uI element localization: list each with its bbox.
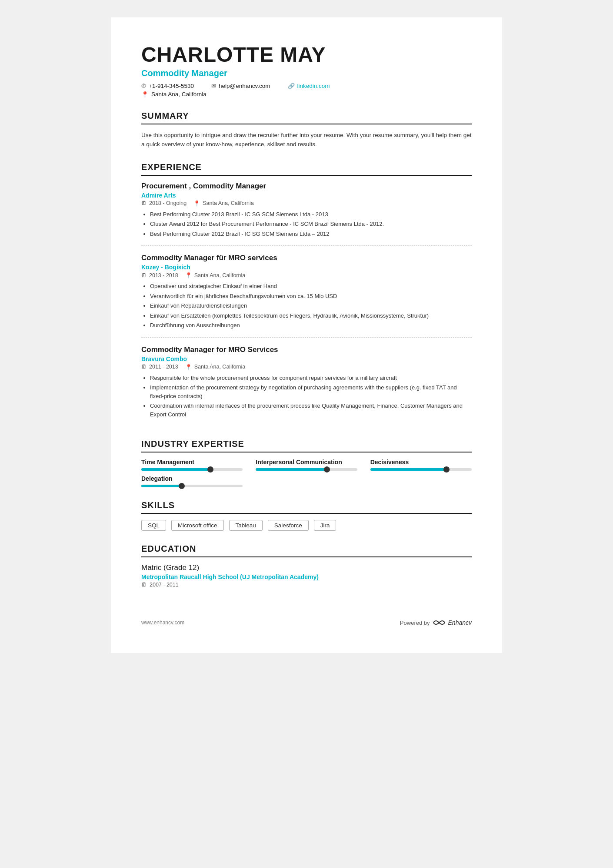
linkedin-item: 🔗 linkedin.com <box>288 83 330 89</box>
bullet-1-1: Cluster Award 2012 for Best Procurement … <box>150 220 472 228</box>
resume-page: CHARLOTTE MAY Commodity Manager ✆ +1-914… <box>111 17 502 653</box>
skill-tag-4: Jira <box>314 520 336 531</box>
linkedin-icon: 🔗 <box>288 83 295 89</box>
exp-block-2: Commodity Manager für MRO services Kozey… <box>141 254 472 338</box>
skill-dot-1 <box>324 466 330 473</box>
linkedin-text: linkedin.com <box>297 83 330 89</box>
job-title-2: Commodity Manager für MRO services <box>141 254 472 262</box>
skills-title: SKILLS <box>141 500 472 514</box>
location-item: 📍 Santa Ana, California <box>141 91 472 98</box>
calendar-icon-2: 🗓 <box>141 272 147 278</box>
email-text: help@enhancv.com <box>219 83 270 89</box>
industry-expertise-title: INDUSTRY EXPERTISE <box>141 439 472 452</box>
skill-delegation: Delegation <box>141 475 243 487</box>
calendar-icon-3: 🗓 <box>141 364 147 370</box>
footer: www.enhancv.com Powered by Enhancv <box>141 614 472 627</box>
bullet-3-1: Implementation of the procurement strate… <box>150 383 472 400</box>
skills-tags-container: SQL Microsoft office Tableau Salesforce … <box>141 520 472 531</box>
skill-label-2: Decisiveness <box>370 459 472 466</box>
email-icon: ✉ <box>211 83 216 89</box>
location-3: 📍 Santa Ana, California <box>185 364 245 370</box>
skills-grid-row2: Delegation <box>141 475 472 487</box>
skill-dot-3 <box>179 483 185 489</box>
skill-fill-0 <box>141 468 210 471</box>
enhancv-logo-icon <box>433 618 446 627</box>
bullet-2-3: Einkauf von Ersatzteilen (komplettes Tei… <box>150 312 472 320</box>
education-title: EDUCATION <box>141 544 472 557</box>
skill-label-3: Delegation <box>141 475 243 482</box>
bullet-1-2: Best Performing Cluster 2012 Brazil - IC… <box>150 230 472 238</box>
skill-label-1: Interpersonal Communication <box>256 459 357 466</box>
bullet-2-4: Durchführung von Ausschreibungen <box>150 321 472 330</box>
location-1: 📍 Santa Ana, California <box>193 200 253 207</box>
industry-expertise-section: INDUSTRY EXPERTISE Time Management Inter… <box>141 439 472 487</box>
loc-icon-3: 📍 <box>185 364 192 370</box>
phone-text: +1-914-345-5530 <box>149 83 194 89</box>
skill-tag-1: Microsoft office <box>171 520 224 531</box>
header: CHARLOTTE MAY Commodity Manager ✆ +1-914… <box>141 44 472 98</box>
exp-block-1: Procurement , Commodity Manager Admire A… <box>141 182 472 246</box>
dates-2: 🗓 2013 - 2018 <box>141 272 178 278</box>
edu-meta-0: 🗓 2007 - 2011 <box>141 582 472 588</box>
exp-meta-2: 🗓 2013 - 2018 📍 Santa Ana, California <box>141 272 472 278</box>
contact-row: ✆ +1-914-345-5530 ✉ help@enhancv.com 🔗 l… <box>141 83 472 89</box>
phone-icon: ✆ <box>141 83 146 89</box>
skill-tag-0: SQL <box>141 520 166 531</box>
skill-dot-0 <box>207 466 213 473</box>
exp-meta-3: 🗓 2011 - 2013 📍 Santa Ana, California <box>141 364 472 370</box>
powered-by-text: Powered by <box>400 620 430 626</box>
edu-dates-0: 2007 - 2011 <box>150 582 179 588</box>
location-icon: 📍 <box>141 91 149 98</box>
skill-fill-2 <box>370 468 446 471</box>
brand-name: Enhancv <box>448 619 472 626</box>
dates-1: 🗓 2018 - Ongoing <box>141 200 187 206</box>
bullets-2: Operativer und strategischer Einkauf in … <box>141 282 472 330</box>
skill-tag-3: Salesforce <box>268 520 309 531</box>
skill-fill-3 <box>141 485 182 487</box>
skill-bar-2 <box>370 468 472 471</box>
skill-fill-1 <box>256 468 326 471</box>
bullets-3: Responsible for the whole procurement pr… <box>141 374 472 419</box>
edu-block-0: Matric (Grade 12) Metropolitan Raucall H… <box>141 563 472 588</box>
location-text: Santa Ana, California <box>151 91 207 97</box>
skill-tag-2: Tableau <box>229 520 263 531</box>
company-2: Kozey - Bogisich <box>141 264 472 271</box>
skill-bar-3 <box>141 485 243 487</box>
education-section: EDUCATION Matric (Grade 12) Metropolitan… <box>141 544 472 588</box>
bullets-1: Best Performing Cluster 2013 Brazil - IC… <box>141 210 472 238</box>
bullet-2-0: Operativer und strategischer Einkauf in … <box>150 282 472 291</box>
email-item: ✉ help@enhancv.com <box>211 83 270 89</box>
loc-icon-2: 📍 <box>185 272 192 278</box>
bullet-2-2: Einkauf von Reparaturdienstleistungen <box>150 302 472 310</box>
skill-decisiveness: Decisiveness <box>370 459 472 471</box>
bullet-3-2: Coordination with internal interfaces of… <box>150 402 472 419</box>
summary-section: SUMMARY Use this opportunity to intrigue… <box>141 111 472 149</box>
loc-icon-1: 📍 <box>193 200 200 207</box>
exp-meta-1: 🗓 2018 - Ongoing 📍 Santa Ana, California <box>141 200 472 207</box>
summary-text: Use this opportunity to intrigue and dra… <box>141 131 472 149</box>
phone-item: ✆ +1-914-345-5530 <box>141 83 194 89</box>
skill-bar-0 <box>141 468 243 471</box>
candidate-title: Commodity Manager <box>141 68 472 78</box>
skill-time-management: Time Management <box>141 459 243 471</box>
edu-degree-0: Matric (Grade 12) <box>141 563 472 572</box>
skill-interpersonal: Interpersonal Communication <box>256 459 357 471</box>
bullet-2-1: Verantwortlich für ein jährliches Bescha… <box>150 292 472 301</box>
dates-3: 🗓 2011 - 2013 <box>141 364 178 370</box>
location-2: 📍 Santa Ana, California <box>185 272 245 278</box>
skill-label-0: Time Management <box>141 459 243 466</box>
company-3: Bravura Combo <box>141 355 472 362</box>
job-title-1: Procurement , Commodity Manager <box>141 182 472 191</box>
skill-dot-2 <box>443 466 450 473</box>
calendar-icon-1: 🗓 <box>141 200 147 206</box>
job-title-3: Commodity Manager for MRO Services <box>141 345 472 354</box>
edu-school-0: Metropolitan Raucall High School (UJ Met… <box>141 573 472 580</box>
skills-grid-row1: Time Management Interpersonal Communicat… <box>141 459 472 471</box>
experience-section: EXPERIENCE Procurement , Commodity Manag… <box>141 162 472 426</box>
summary-title: SUMMARY <box>141 111 472 124</box>
bullet-3-0: Responsible for the whole procurement pr… <box>150 374 472 382</box>
bullet-1-0: Best Performing Cluster 2013 Brazil - IC… <box>150 210 472 219</box>
candidate-name: CHARLOTTE MAY <box>141 44 472 67</box>
company-1: Admire Arts <box>141 192 472 199</box>
skill-bar-1 <box>256 468 357 471</box>
